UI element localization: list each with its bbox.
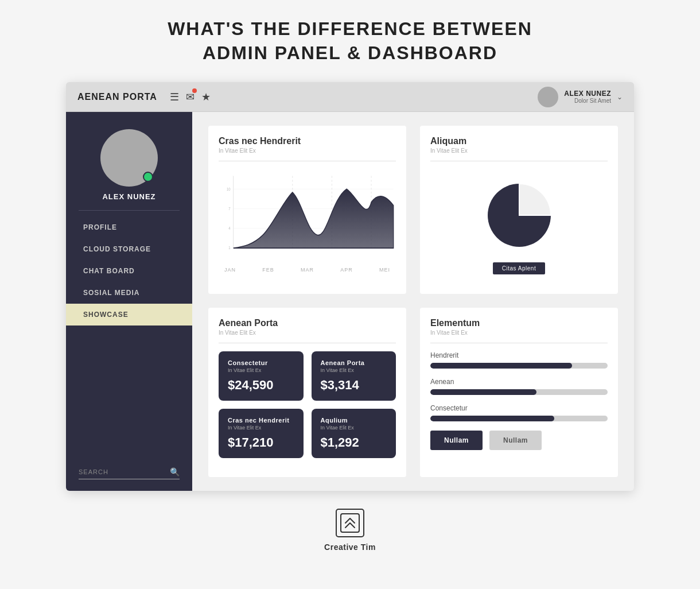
progress-label-2: Consectetur (430, 404, 608, 412)
pie-chart-card: Aliquam In Vitae Elit Ex Citas Aplent (420, 126, 618, 294)
nullam-button-2[interactable]: Nullam (489, 431, 542, 450)
x-label-apr: APR (340, 267, 353, 273)
stat-card-3: Aqulium In Vitae Elit Ex $1,292 (312, 409, 396, 458)
area-chart-divider (219, 161, 396, 161)
mail-badge (192, 88, 197, 93)
search-icon[interactable]: 🔍 (170, 467, 180, 476)
progress-bar-bg-1 (430, 389, 608, 395)
stats-subtitle: In Vitae Elit Ex (219, 330, 396, 336)
chart-x-labels: JAN FEB MAR APR MEI (219, 267, 396, 273)
stat-card-2: Cras nec Hendrerit In Vitae Elit Ex $17,… (219, 409, 304, 458)
menu-icon[interactable]: ☰ (170, 91, 179, 103)
svg-text:4: 4 (228, 226, 230, 231)
sidebar-item-showcase[interactable]: SHOWCASE (66, 304, 192, 326)
stat-card-0: Consectetur In Vitae Elit Ex $24,590 (219, 351, 304, 401)
sidebar-divider (79, 210, 180, 211)
progress-subtitle: In Vitae Elit Ex (430, 330, 608, 336)
navbar-brand: AENEAN PORTA (77, 92, 157, 102)
x-label-mar: MAR (301, 267, 314, 273)
stat-sublabel-3: In Vitae Elit Ex (321, 425, 387, 431)
stat-sublabel-1: In Vitae Elit Ex (321, 367, 387, 373)
page-title: WHAT'S THE DIFFERENCE BETWEEN ADMIN PANE… (168, 17, 532, 65)
progress-label-1: Aenean (430, 378, 608, 386)
progress-item-0: Hendrerit (430, 351, 608, 369)
stat-sublabel-2: In Vitae Elit Ex (228, 425, 294, 431)
chevron-down-icon[interactable]: ⌄ (617, 93, 623, 101)
progress-bar-fill-1 (430, 389, 536, 395)
area-chart-card: Cras nec Hendrerit In Vitae Elit Ex (208, 126, 406, 294)
area-chart-subtitle: In Vitae Elit Ex (219, 148, 396, 154)
stats-grid: Consectetur In Vitae Elit Ex $24,590 Aen… (219, 351, 396, 458)
footer: Creative Tim (324, 508, 376, 552)
pie-chart-divider (430, 161, 608, 161)
svg-text:1: 1 (228, 246, 230, 250)
progress-card: Elementum In Vitae Elit Ex Hendrerit Aen… (420, 308, 618, 478)
progress-label-0: Hendrerit (430, 351, 608, 359)
sidebar-nav: PROFILE CLOUD STORAGE CHAT BOARD SOSIAL … (66, 216, 192, 326)
progress-bar-bg-0 (430, 363, 608, 369)
stat-sublabel-0: In Vitae Elit Ex (228, 367, 294, 373)
content-area: Cras nec Hendrerit In Vitae Elit Ex (192, 112, 634, 491)
svg-text:10: 10 (227, 187, 231, 191)
online-badge (143, 172, 153, 182)
search-input[interactable] (79, 468, 170, 475)
navbar-user-info: ALEX NUNEZ Dolor Sit Amet (564, 90, 611, 104)
pie-container: Citas Aplent (430, 169, 608, 274)
pie-chart-svg (479, 175, 559, 255)
progress-bar-fill-2 (430, 416, 554, 421)
progress-bar-bg-2 (430, 416, 608, 421)
sidebar-item-profile[interactable]: PROFILE (66, 216, 192, 238)
dashboard-wrapper: AENEAN PORTA ☰ ✉ ★ ALEX NUNEZ Dolor Sit … (66, 82, 634, 491)
x-label-jan: JAN (224, 267, 236, 273)
stats-divider (219, 343, 396, 343)
avatar (100, 129, 158, 187)
sidebar-item-chat-board[interactable]: CHAT BOARD (66, 260, 192, 282)
progress-item-1: Aenean (430, 378, 608, 395)
navbar-user-subtitle: Dolor Sit Amet (564, 98, 611, 104)
area-chart-container: 1 4 7 10 JAN FEB MAR (219, 169, 396, 261)
svg-text:7: 7 (228, 206, 230, 211)
footer-brand: Creative Tim (324, 542, 376, 552)
mail-icon[interactable]: ✉ (186, 91, 195, 103)
progress-title: Elementum (430, 318, 608, 328)
stat-label-1: Aenean Porta (321, 359, 387, 366)
stat-value-1: $3,314 (321, 378, 387, 393)
navbar: AENEAN PORTA ☰ ✉ ★ ALEX NUNEZ Dolor Sit … (66, 82, 634, 112)
pie-chart-title: Aliquam (430, 136, 608, 146)
stat-value-0: $24,590 (228, 378, 294, 393)
pie-legend: Citas Aplent (493, 262, 545, 274)
stat-value-3: $1,292 (321, 435, 387, 450)
main-layout: ALEX NUNEZ PROFILE CLOUD STORAGE CHAT BO… (66, 112, 634, 491)
navbar-avatar (538, 87, 558, 107)
sidebar-search[interactable]: 🔍 (79, 465, 180, 479)
area-chart-title: Cras nec Hendrerit (219, 136, 396, 146)
sidebar: ALEX NUNEZ PROFILE CLOUD STORAGE CHAT BO… (66, 112, 192, 491)
stat-label-3: Aqulium (321, 417, 387, 424)
stat-label-0: Consectetur (228, 359, 294, 366)
stats-card: Aenean Porta In Vitae Elit Ex Consectetu… (208, 308, 406, 478)
stat-value-2: $17,210 (228, 435, 294, 450)
progress-buttons: Nullam Nullam (430, 431, 608, 450)
sidebar-username: ALEX NUNEZ (102, 192, 155, 201)
sidebar-item-cloud-storage[interactable]: CLOUD STORAGE (66, 238, 192, 260)
progress-bars: Hendrerit Aenean Consectetur (430, 351, 608, 421)
stat-card-1: Aenean Porta In Vitae Elit Ex $3,314 (312, 351, 396, 401)
area-chart-svg: 1 4 7 10 (219, 169, 396, 261)
x-label-feb: FEB (262, 267, 274, 273)
stat-label-2: Cras nec Hendrerit (228, 417, 294, 424)
stats-title: Aenean Porta (219, 318, 396, 328)
pie-chart-subtitle: In Vitae Elit Ex (430, 148, 608, 154)
sidebar-item-social-media[interactable]: SOSIAL MEDIA (66, 282, 192, 304)
navbar-user: ALEX NUNEZ Dolor Sit Amet ⌄ (538, 87, 623, 107)
x-label-mei: MEI (379, 267, 390, 273)
star-icon[interactable]: ★ (201, 91, 211, 103)
navbar-user-name: ALEX NUNEZ (564, 90, 611, 98)
nullam-button-1[interactable]: Nullam (430, 431, 483, 450)
progress-divider (430, 343, 608, 343)
creative-tim-icon (335, 508, 365, 538)
progress-bar-fill-0 (430, 363, 572, 369)
progress-item-2: Consectetur (430, 404, 608, 421)
